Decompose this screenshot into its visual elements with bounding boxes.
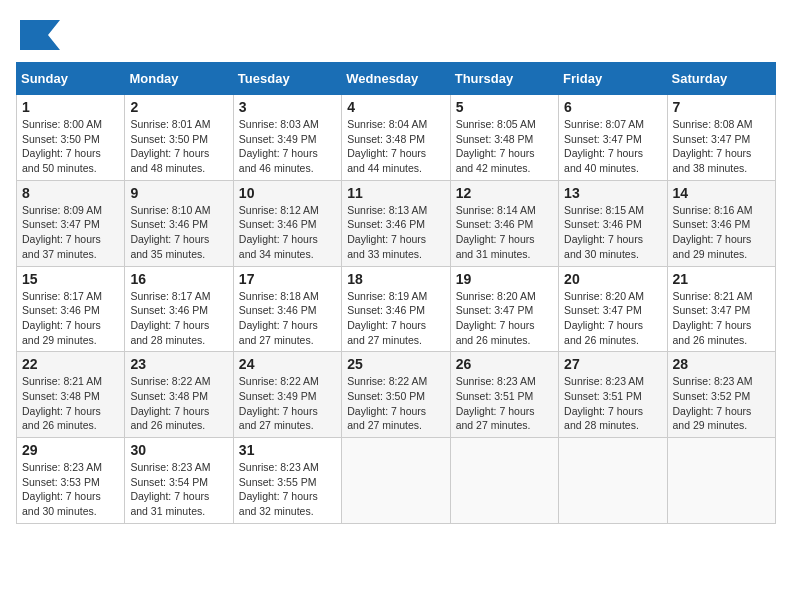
day-info: Sunrise: 8:05 AMSunset: 3:48 PMDaylight:… — [456, 117, 553, 176]
day-number: 19 — [456, 271, 553, 287]
day-info: Sunrise: 8:23 AMSunset: 3:53 PMDaylight:… — [22, 460, 119, 519]
day-number: 7 — [673, 99, 770, 115]
day-number: 30 — [130, 442, 227, 458]
calendar-cell — [667, 438, 775, 524]
day-info: Sunrise: 8:21 AMSunset: 3:47 PMDaylight:… — [673, 289, 770, 348]
day-number: 3 — [239, 99, 336, 115]
calendar-cell — [342, 438, 450, 524]
day-info: Sunrise: 8:22 AMSunset: 3:48 PMDaylight:… — [130, 374, 227, 433]
calendar-cell: 1Sunrise: 8:00 AMSunset: 3:50 PMDaylight… — [17, 95, 125, 181]
calendar-cell — [450, 438, 558, 524]
calendar-cell: 8Sunrise: 8:09 AMSunset: 3:47 PMDaylight… — [17, 180, 125, 266]
day-number: 4 — [347, 99, 444, 115]
calendar-cell: 24Sunrise: 8:22 AMSunset: 3:49 PMDayligh… — [233, 352, 341, 438]
day-info: Sunrise: 8:23 AMSunset: 3:51 PMDaylight:… — [456, 374, 553, 433]
calendar-cell: 15Sunrise: 8:17 AMSunset: 3:46 PMDayligh… — [17, 266, 125, 352]
day-number: 5 — [456, 99, 553, 115]
day-number: 6 — [564, 99, 661, 115]
calendar-cell: 10Sunrise: 8:12 AMSunset: 3:46 PMDayligh… — [233, 180, 341, 266]
day-number: 21 — [673, 271, 770, 287]
day-number: 27 — [564, 356, 661, 372]
calendar-week-row: 1Sunrise: 8:00 AMSunset: 3:50 PMDaylight… — [17, 95, 776, 181]
day-number: 16 — [130, 271, 227, 287]
calendar-cell: 11Sunrise: 8:13 AMSunset: 3:46 PMDayligh… — [342, 180, 450, 266]
calendar-cell: 7Sunrise: 8:08 AMSunset: 3:47 PMDaylight… — [667, 95, 775, 181]
calendar-header: SundayMondayTuesdayWednesdayThursdayFrid… — [17, 63, 776, 95]
day-info: Sunrise: 8:20 AMSunset: 3:47 PMDaylight:… — [564, 289, 661, 348]
day-info: Sunrise: 8:22 AMSunset: 3:50 PMDaylight:… — [347, 374, 444, 433]
calendar-cell: 4Sunrise: 8:04 AMSunset: 3:48 PMDaylight… — [342, 95, 450, 181]
calendar-cell: 13Sunrise: 8:15 AMSunset: 3:46 PMDayligh… — [559, 180, 667, 266]
calendar-cell: 30Sunrise: 8:23 AMSunset: 3:54 PMDayligh… — [125, 438, 233, 524]
calendar-cell: 21Sunrise: 8:21 AMSunset: 3:47 PMDayligh… — [667, 266, 775, 352]
day-info: Sunrise: 8:01 AMSunset: 3:50 PMDaylight:… — [130, 117, 227, 176]
day-number: 8 — [22, 185, 119, 201]
calendar-header-cell-monday: Monday — [125, 63, 233, 95]
day-info: Sunrise: 8:14 AMSunset: 3:46 PMDaylight:… — [456, 203, 553, 262]
day-number: 22 — [22, 356, 119, 372]
day-info: Sunrise: 8:23 AMSunset: 3:52 PMDaylight:… — [673, 374, 770, 433]
calendar-cell: 19Sunrise: 8:20 AMSunset: 3:47 PMDayligh… — [450, 266, 558, 352]
day-number: 12 — [456, 185, 553, 201]
day-info: Sunrise: 8:08 AMSunset: 3:47 PMDaylight:… — [673, 117, 770, 176]
day-number: 18 — [347, 271, 444, 287]
calendar-body: 1Sunrise: 8:00 AMSunset: 3:50 PMDaylight… — [17, 95, 776, 524]
day-number: 13 — [564, 185, 661, 201]
day-number: 11 — [347, 185, 444, 201]
day-number: 20 — [564, 271, 661, 287]
day-number: 24 — [239, 356, 336, 372]
calendar-cell: 9Sunrise: 8:10 AMSunset: 3:46 PMDaylight… — [125, 180, 233, 266]
calendar-cell: 22Sunrise: 8:21 AMSunset: 3:48 PMDayligh… — [17, 352, 125, 438]
page-header — [16, 16, 776, 54]
day-info: Sunrise: 8:19 AMSunset: 3:46 PMDaylight:… — [347, 289, 444, 348]
day-number: 14 — [673, 185, 770, 201]
calendar-cell: 5Sunrise: 8:05 AMSunset: 3:48 PMDaylight… — [450, 95, 558, 181]
calendar-week-row: 22Sunrise: 8:21 AMSunset: 3:48 PMDayligh… — [17, 352, 776, 438]
calendar-week-row: 15Sunrise: 8:17 AMSunset: 3:46 PMDayligh… — [17, 266, 776, 352]
calendar-header-cell-wednesday: Wednesday — [342, 63, 450, 95]
day-info: Sunrise: 8:17 AMSunset: 3:46 PMDaylight:… — [130, 289, 227, 348]
day-info: Sunrise: 8:22 AMSunset: 3:49 PMDaylight:… — [239, 374, 336, 433]
calendar-cell: 18Sunrise: 8:19 AMSunset: 3:46 PMDayligh… — [342, 266, 450, 352]
calendar-cell: 23Sunrise: 8:22 AMSunset: 3:48 PMDayligh… — [125, 352, 233, 438]
day-info: Sunrise: 8:00 AMSunset: 3:50 PMDaylight:… — [22, 117, 119, 176]
day-info: Sunrise: 8:20 AMSunset: 3:47 PMDaylight:… — [456, 289, 553, 348]
day-number: 1 — [22, 99, 119, 115]
day-info: Sunrise: 8:04 AMSunset: 3:48 PMDaylight:… — [347, 117, 444, 176]
calendar-table: SundayMondayTuesdayWednesdayThursdayFrid… — [16, 62, 776, 524]
calendar-week-row: 29Sunrise: 8:23 AMSunset: 3:53 PMDayligh… — [17, 438, 776, 524]
day-number: 15 — [22, 271, 119, 287]
day-info: Sunrise: 8:23 AMSunset: 3:51 PMDaylight:… — [564, 374, 661, 433]
day-number: 17 — [239, 271, 336, 287]
day-info: Sunrise: 8:07 AMSunset: 3:47 PMDaylight:… — [564, 117, 661, 176]
day-info: Sunrise: 8:10 AMSunset: 3:46 PMDaylight:… — [130, 203, 227, 262]
day-number: 25 — [347, 356, 444, 372]
day-number: 28 — [673, 356, 770, 372]
calendar-cell: 31Sunrise: 8:23 AMSunset: 3:55 PMDayligh… — [233, 438, 341, 524]
calendar-header-cell-saturday: Saturday — [667, 63, 775, 95]
calendar-header-row: SundayMondayTuesdayWednesdayThursdayFrid… — [17, 63, 776, 95]
calendar-cell: 14Sunrise: 8:16 AMSunset: 3:46 PMDayligh… — [667, 180, 775, 266]
calendar-cell: 17Sunrise: 8:18 AMSunset: 3:46 PMDayligh… — [233, 266, 341, 352]
day-info: Sunrise: 8:12 AMSunset: 3:46 PMDaylight:… — [239, 203, 336, 262]
calendar-cell: 25Sunrise: 8:22 AMSunset: 3:50 PMDayligh… — [342, 352, 450, 438]
calendar-cell: 16Sunrise: 8:17 AMSunset: 3:46 PMDayligh… — [125, 266, 233, 352]
day-number: 26 — [456, 356, 553, 372]
calendar-cell: 26Sunrise: 8:23 AMSunset: 3:51 PMDayligh… — [450, 352, 558, 438]
day-number: 2 — [130, 99, 227, 115]
calendar-cell: 28Sunrise: 8:23 AMSunset: 3:52 PMDayligh… — [667, 352, 775, 438]
day-info: Sunrise: 8:23 AMSunset: 3:54 PMDaylight:… — [130, 460, 227, 519]
day-number: 9 — [130, 185, 227, 201]
calendar-cell: 29Sunrise: 8:23 AMSunset: 3:53 PMDayligh… — [17, 438, 125, 524]
day-info: Sunrise: 8:16 AMSunset: 3:46 PMDaylight:… — [673, 203, 770, 262]
logo-icon — [16, 16, 60, 54]
day-number: 29 — [22, 442, 119, 458]
svg-rect-1 — [20, 20, 26, 50]
logo — [16, 16, 64, 54]
day-info: Sunrise: 8:03 AMSunset: 3:49 PMDaylight:… — [239, 117, 336, 176]
calendar-week-row: 8Sunrise: 8:09 AMSunset: 3:47 PMDaylight… — [17, 180, 776, 266]
svg-marker-0 — [24, 20, 60, 50]
calendar-header-cell-tuesday: Tuesday — [233, 63, 341, 95]
calendar-cell: 6Sunrise: 8:07 AMSunset: 3:47 PMDaylight… — [559, 95, 667, 181]
day-number: 31 — [239, 442, 336, 458]
